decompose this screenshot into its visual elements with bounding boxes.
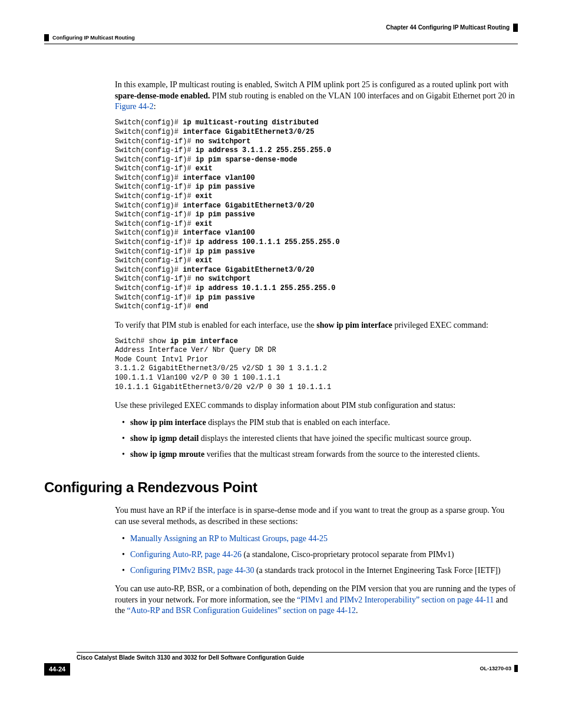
header-section: Configuring IP Multicast Routing [44,34,135,41]
guidelines-link[interactable]: “Auto-RP and BSR Configuration Guideline… [127,606,356,615]
footer-guide-title: Cisco Catalyst Blade Switch 3130 and 303… [77,654,304,662]
method-link[interactable]: Manually Assigning an RP to Multicast Gr… [130,534,328,543]
method-bullet: Manually Assigning an RP to Multicast Gr… [122,533,518,545]
interop-link[interactable]: “PIMv1 and PIMv2 Interoperability” secti… [297,595,494,604]
method-bullet: Configuring PIMv2 BSR, page 44-30 (a sta… [122,565,518,577]
config-example-1: Switch(config)# ip multicast-routing dis… [115,118,518,311]
method-bullets: Manually Assigning an RP to Multicast Gr… [115,533,518,577]
command-bullets: show ip pim interface displays the PIM s… [115,417,518,460]
paragraph-intro: In this example, IP multicast routing is… [115,80,518,113]
method-link[interactable]: Configuring PIMv2 BSR, page 44-30 [130,566,254,575]
paragraph-verify: To verify that PIM stub is enabled for e… [115,320,518,331]
footer-doc-id: OL-13270-03 [480,665,518,672]
page-number-badge: 44-24 [44,663,70,676]
header-rule [44,44,518,44]
command-bullet: show ip pim interface displays the PIM s… [122,417,518,429]
page-footer: Cisco Catalyst Blade Switch 3130 and 303… [44,652,518,675]
section-heading-rendezvous: Configuring a Rendezvous Point [44,478,518,497]
method-link[interactable]: Configuring Auto-RP, page 44-26 [130,550,242,559]
paragraph-commands: Use these privileged EXEC commands to di… [115,400,518,411]
paragraph-more-info: You can use auto-RP, BSR, or a combinati… [115,584,518,617]
body-content: In this example, IP multicast routing is… [115,80,518,617]
method-bullet: Configuring Auto-RP, page 44-26 (a stand… [122,549,518,561]
page-header: Chapter 44 Configuring IP Multicast Rout… [44,24,518,32]
command-bullet: show ip igmp detail displays the interes… [122,433,518,444]
config-example-2: Switch# show ip pim interface Address In… [115,337,518,393]
figure-link[interactable]: Figure 44-2 [115,102,154,111]
command-bullet: show ip igmp mroute verifies that the mu… [122,449,518,460]
footer-rule [77,652,518,653]
header-chapter: Chapter 44 Configuring IP Multicast Rout… [386,24,518,32]
paragraph-rp-intro: You must have an RP if the interface is … [115,505,518,528]
page-header-left-row: Configuring IP Multicast Routing [44,34,518,41]
